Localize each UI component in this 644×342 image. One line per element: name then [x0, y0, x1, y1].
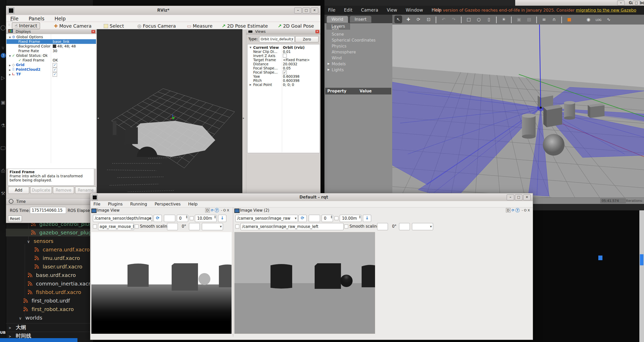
tree-row[interactable]: ▶ ⠿ PointCloud2✓	[6, 67, 96, 72]
menu-file[interactable]: File	[10, 16, 19, 21]
smooth-scaling-checkbox[interactable]	[344, 225, 348, 228]
tab-world[interactable]: World	[327, 16, 348, 23]
tree-item-physics[interactable]: Physics	[332, 43, 391, 49]
minimize-button[interactable]: –	[294, 7, 302, 13]
tree-item-lights[interactable]: Lights	[332, 67, 344, 73]
scale-tool-icon[interactable]: ⊡	[425, 15, 432, 23]
dock-title-row[interactable]: Image View D ⟳ ? - O X	[91, 208, 232, 214]
tool-icon[interactable]: ⚒	[0, 190, 6, 196]
views-row[interactable]: ▶Focal Point0; 0; 0	[248, 83, 320, 87]
ros-time-field[interactable]: 1757154060.15	[30, 207, 66, 214]
dock-minimize-icon[interactable]: -	[522, 208, 523, 212]
topic-dropdown[interactable]: /camera_sensor/image_raw▼	[235, 215, 298, 222]
menu-camera[interactable]: Camera	[361, 7, 378, 13]
dock-help-icon[interactable]: ?	[515, 208, 520, 212]
zoom-spinbox[interactable]: 0▲▼	[322, 215, 333, 222]
interact-tool-button[interactable]: ☝ Interact	[12, 22, 40, 29]
box-shape-icon[interactable]: □	[465, 15, 473, 23]
file-row[interactable]: common_inertia.xacro	[6, 280, 91, 288]
save-image-button[interactable]: ↓	[363, 215, 371, 222]
measure-tool[interactable]: ▭ Measure	[187, 23, 212, 29]
expand-arrow-icon[interactable]: ▶	[328, 62, 330, 65]
maximize-button[interactable]: □	[515, 194, 522, 200]
align-icon[interactable]: ≡	[540, 15, 548, 23]
menu-file[interactable]: File	[93, 202, 100, 206]
file-row[interactable]: first_robot.urdf	[6, 297, 91, 305]
toolbar-drag-handle[interactable]: ⁞⁞	[8, 23, 10, 27]
save-image-button[interactable]: ↓	[218, 215, 226, 222]
menu-plugins[interactable]: Plugins	[108, 202, 123, 206]
empty-box[interactable]	[189, 223, 200, 230]
invert-z-checkbox[interactable]	[283, 54, 287, 58]
views-row[interactable]: Pitch0.600398	[248, 78, 320, 83]
dock-float-icon[interactable]: O	[223, 208, 226, 212]
expand-arrow-icon[interactable]: ▶	[328, 68, 330, 71]
publish-click-checkbox[interactable]	[235, 225, 239, 228]
tree-item-wind[interactable]: Wind	[332, 55, 391, 61]
views-row[interactable]: Near Clip Di...0.01	[248, 50, 320, 54]
tree-row[interactable]: ▶ ∟ TF✓	[6, 72, 96, 76]
views-row[interactable]: Target Frame<Fixed Frame>	[248, 58, 320, 62]
dock-splitter[interactable]	[233, 208, 233, 337]
menu-view[interactable]: View	[387, 7, 397, 13]
focus-camera-tool[interactable]: ◎ Focus Camera	[137, 23, 176, 29]
depth-image-canvas[interactable]	[91, 232, 232, 334]
topic-dropdown[interactable]: /camera_sensor/depth/image_rav▼	[93, 215, 152, 222]
goal-pose-tool[interactable]: ↗ 2D Goal Pose	[278, 23, 314, 29]
empty-box[interactable]	[167, 223, 178, 230]
test-flask-icon[interactable]: ⚗	[0, 123, 6, 128]
dock-close-icon[interactable]: X	[227, 208, 229, 212]
empty-box[interactable]	[309, 215, 320, 222]
log-icon[interactable]: LOG	[595, 16, 602, 24]
sphere-shape-icon[interactable]: ○	[475, 15, 483, 23]
move-camera-tool[interactable]: ✚ Move Camera	[54, 23, 91, 29]
tree-item-atmosphere[interactable]: Atmosphere	[332, 49, 391, 55]
views-row[interactable]: Invert Z Axis	[248, 54, 320, 58]
dock-dock-icon[interactable]: D	[205, 208, 210, 212]
rename-display-button[interactable]: Rename	[75, 187, 96, 194]
tree-row[interactable]: Frame Rate30	[6, 49, 96, 53]
views-row[interactable]: Distance20.0032	[248, 62, 320, 66]
file-row[interactable]: base.urdf.xacro	[6, 271, 91, 279]
extensions-icon[interactable]: ▣	[0, 99, 6, 105]
views-row[interactable]: Yaw0.600398	[248, 74, 320, 78]
collapse-left-icon[interactable]: ◂	[97, 116, 99, 120]
tree-item-gui[interactable]: GUI	[332, 26, 391, 31]
file-row[interactable]: imu.urdf.xacro	[6, 254, 91, 262]
select-tool-icon[interactable]: ↖	[394, 15, 402, 23]
duplicate-display-button[interactable]: Duplicate	[30, 187, 52, 194]
tree-item-scene[interactable]: Scene	[332, 31, 391, 37]
remote-explorer-icon[interactable]: 🖵	[0, 145, 6, 151]
close-panel-icon[interactable]: ✕	[315, 30, 319, 33]
remove-display-button[interactable]: Remove	[53, 187, 74, 194]
views-row[interactable]: Focal Shape...✓	[248, 70, 320, 74]
rotate-dropdown[interactable]: ▼	[412, 223, 433, 230]
pose-estimate-tool[interactable]: ↗ 2D Pose Estimate	[222, 23, 268, 29]
menu-window[interactable]: Window	[406, 7, 423, 13]
maximize-button[interactable]: □	[303, 7, 310, 13]
rqt-titlebar[interactable]: Default - rqt – □ ✕	[90, 193, 533, 201]
views-row[interactable]: Focal Shape...0.05	[248, 66, 320, 70]
gazebo-titlebar[interactable]: Gazebo – □	[515, 0, 644, 6]
publish-click-checkbox[interactable]	[93, 225, 97, 228]
file-row[interactable]: first_robot.xacro	[6, 305, 91, 313]
search-icon[interactable]: ◯	[0, 25, 6, 30]
snap-magnet-icon[interactable]: ∩	[550, 15, 558, 23]
background-scrollbar-thumb[interactable]	[640, 254, 643, 265]
file-row[interactable]: laser.urdf.xacro	[6, 263, 91, 271]
tree-row[interactable]: Background Color48; 48; 48	[6, 44, 96, 49]
empty-box[interactable]	[164, 215, 175, 222]
paste-icon[interactable]: ▤	[525, 15, 533, 23]
dock-float-icon[interactable]: O	[524, 208, 527, 212]
dock-reload-icon[interactable]: ⟳	[211, 208, 214, 212]
run-debug-icon[interactable]: ▷	[0, 75, 6, 81]
empty-box[interactable]	[399, 223, 410, 230]
light-icon[interactable]: ☀	[500, 15, 508, 23]
close-panel-icon[interactable]: ✕	[91, 30, 95, 33]
menu-panels[interactable]: Panels	[29, 16, 44, 21]
mouse-topic-field[interactable]: age_raw_mouse_left	[98, 223, 134, 230]
refresh-topics-button[interactable]: ⟳	[154, 215, 162, 222]
max-range-spinbox[interactable]: 10.00m▲▼	[195, 215, 217, 222]
view-type-dropdown[interactable]: Orbit (rviz_default_▼	[259, 36, 295, 42]
focal-shape-checkbox[interactable]: ✓	[283, 70, 287, 74]
